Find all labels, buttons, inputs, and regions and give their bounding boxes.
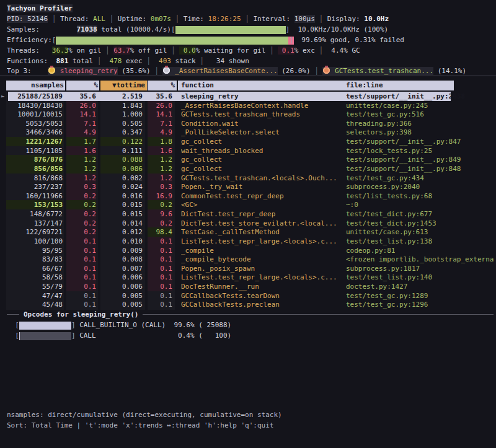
text-segment: 71038 <box>77 25 97 33</box>
cell-fn: GCCallbackTests.tearDown <box>181 291 341 301</box>
cell-p2: 1.6 <box>148 146 172 156</box>
top3-entry: _AssertRaisesBaseConte... <box>162 67 277 75</box>
cell-p1: 4.9 <box>66 128 96 137</box>
table-row[interactable]: 10001/1001514.11.00014.1GCTests.test_tra… <box>0 110 496 119</box>
cell-fn: _PollLikeSelector.select <box>181 128 341 137</box>
opcode-row: [] CALL_BUILTIN_O (CALL) 99.6% ( 25088) <box>7 320 496 330</box>
table-row[interactable]: 45/480.10.0050.1GCCallbackTests.preclean… <box>0 300 496 309</box>
text-segment: 10.0KHz/10.0KHz (100%) <box>290 25 388 33</box>
text-segment: ALL <box>93 15 105 23</box>
table-row[interactable]: 122/697210.20.01298.4TestCase._callTestM… <box>0 227 496 237</box>
column-header-tt[interactable]: ▼tottime <box>100 81 147 90</box>
column-header-fl[interactable]: file:line <box>343 81 454 90</box>
efficiency-bar <box>56 37 289 45</box>
text-segment: Time: <box>184 15 208 23</box>
table-row[interactable]: 58/580.10.0060.1ListTest.test_repr_large… <box>0 273 496 282</box>
text-segment: │ <box>101 46 113 55</box>
cell-tt: 0.005 <box>100 291 143 301</box>
cell-fl: test/test_dict.py:1453 <box>346 219 496 228</box>
table-row[interactable]: 137/1470.20.0140.2DictTest.test_store_ev… <box>0 219 496 228</box>
text-segment: 18:26:25 <box>208 15 241 23</box>
app-title: Tachyon Profiler <box>7 3 496 14</box>
text-segment: Interval: <box>253 15 294 23</box>
table-row[interactable]: 100/1000.10.0100.1ListTest.test_repr_lar… <box>0 237 496 246</box>
table-row[interactable]: 1105/11051.60.1111.6wait_threads_blocked… <box>0 146 496 156</box>
cell-tt: 0.008 <box>100 255 143 264</box>
cell-fl: doctest.py:1427 <box>346 282 496 291</box>
cell-ns: 237/237 <box>6 182 63 191</box>
table-row[interactable]: 876/8761.20.0881.2gc_collecttest/support… <box>0 155 496 164</box>
column-header-fn[interactable]: function <box>178 81 344 90</box>
cell-p1: 26.0 <box>66 101 96 110</box>
table-row[interactable]: 3466/34664.90.3474.9_PollLikeSelector.se… <box>0 128 496 137</box>
text-segment: Efficiency: <box>7 36 52 44</box>
text-segment: % exc <box>294 46 315 55</box>
table-row[interactable]: 856/8561.20.0861.2gc_collecttest/support… <box>0 164 496 173</box>
text-segment: 10.0Hz <box>364 15 389 23</box>
text-segment: │ <box>315 46 327 55</box>
cell-p1: 0.3 <box>66 182 96 191</box>
cell-ns: 95/95 <box>6 246 63 255</box>
cell-tt: 0.014 <box>100 219 143 228</box>
text-segment: [ <box>7 332 19 340</box>
text-segment: 0m07s <box>151 15 171 23</box>
status-line-top3: Top 3: sleeping_retry (35.6%) │ _AssertR… <box>7 66 496 76</box>
table-row[interactable]: 153/1530.20.0150.2<GC>~:0 <box>0 200 496 209</box>
cell-p1: 1.2 <box>66 164 96 173</box>
cell-fl: test/test_list.py:140 <box>346 273 496 282</box>
table-row[interactable]: 816/8681.20.0821.2GCTests.test_trashcan.… <box>0 173 496 183</box>
cell-fn: _compile <box>181 246 341 255</box>
table-row[interactable]: 47/470.10.0050.1GCCallbackTests.tearDown… <box>0 291 496 301</box>
text-segment: 63.7 <box>113 46 130 55</box>
cell-p2: 0.1 <box>148 300 172 309</box>
text-segment: _AssertRaisesBaseConte... <box>170 67 277 75</box>
cell-fl: test/support/__init__.py:847 <box>346 137 496 146</box>
column-header-p1[interactable]: % <box>66 81 99 90</box>
text-segment: 403 <box>151 57 171 65</box>
profiler-table: ►25188/2518935.62.51935.6sleeping_retryt… <box>0 92 496 310</box>
cell-fl: unittest/case.py:613 <box>346 227 496 237</box>
cell-p1: 0.1 <box>66 237 96 246</box>
cell-tt: 0.024 <box>100 182 143 191</box>
cell-p2: 0.1 <box>148 291 172 301</box>
table-row[interactable]: ►25188/2518935.62.51935.6sleeping_retryt… <box>0 92 496 101</box>
table-row[interactable]: 66/670.10.0070.1Popen._posix_spawnsubpro… <box>0 264 496 273</box>
cell-p1: 0.1 <box>66 246 96 255</box>
text-segment: 478 <box>101 57 122 65</box>
text-segment: │ <box>48 15 60 23</box>
table-row[interactable]: 95/950.10.0090.1_compilecodeop.py:81 <box>0 246 496 255</box>
cell-ns: 55/79 <box>6 282 63 291</box>
cell-fl: test/test_dict.py:677 <box>346 209 496 219</box>
cell-fn: _compile_bytecode <box>181 255 341 264</box>
table-row[interactable]: 5053/50537.10.5057.1Condition.waitthread… <box>0 119 496 128</box>
cell-p2: 0.1 <box>148 282 172 291</box>
table-row[interactable]: 83/830.10.0080.1_compile_bytecode<frozen… <box>0 255 496 264</box>
table-row[interactable]: 1221/12671.70.1221.8gc_collecttest/suppo… <box>0 137 496 146</box>
text-segment: Samples: <box>7 25 77 33</box>
cell-fn: GCTests.test_trashcan.<locals>.Ouch... <box>181 173 341 183</box>
text-segment: │ <box>171 15 184 23</box>
opcode-row: [] CALL 0.4% ( 100) <box>7 330 496 341</box>
table-row[interactable]: 148/67720.20.0159.6DictTest.test_repr_de… <box>0 209 496 219</box>
status-line-efficiency: Efficiency:[] 99.69% good, 0.31% failed <box>7 35 496 45</box>
text-segment: │ <box>241 15 254 23</box>
text-segment: % on gil <box>68 46 101 55</box>
cell-tt: 0.015 <box>100 200 143 209</box>
cell-tt: 0.009 <box>100 246 143 255</box>
cell-tt: 0.111 <box>100 146 143 156</box>
cell-tt: 0.082 <box>100 173 143 183</box>
table-row[interactable]: 237/2370.30.0240.3Popen._try_waitsubproc… <box>0 182 496 191</box>
table-row[interactable]: 55/790.10.0060.1DocTestRunner.__rundocte… <box>0 282 496 291</box>
cell-tt: 0.006 <box>100 273 143 282</box>
text-segment: ] <box>71 332 79 340</box>
cell-ns: 5053/5053 <box>6 119 63 128</box>
column-header-ns[interactable]: nsamples <box>6 81 65 90</box>
table-row[interactable]: 18430/1843026.01.84326.0_AssertRaisesBas… <box>0 101 496 110</box>
text-segment: 99.69% good, 0.31% failed <box>293 36 404 44</box>
cell-p1: 0.1 <box>66 255 96 264</box>
cell-ns: 100/100 <box>6 237 63 246</box>
footer-legend: nsamples: direct/cumulative (direct=exec… <box>7 410 496 420</box>
column-header-p2[interactable]: % <box>148 81 177 90</box>
table-row[interactable]: 160/119660.20.01616.9CommonTest.test_rep… <box>0 191 496 201</box>
text-segment: 0.1 <box>278 46 294 55</box>
